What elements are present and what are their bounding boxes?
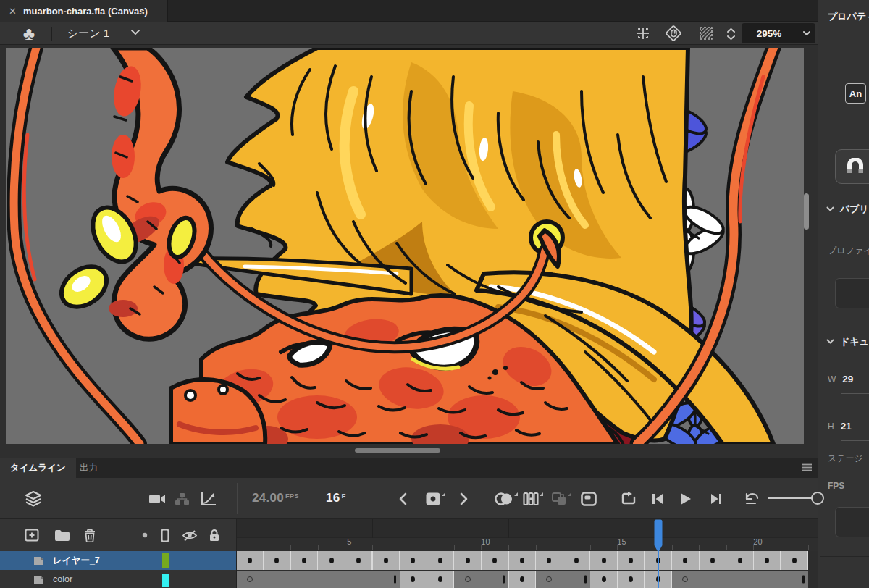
- create-marker-button[interactable]: [581, 478, 597, 519]
- layer-outline-color-swatch[interactable]: [162, 553, 169, 568]
- parenting-view-button[interactable]: [175, 478, 189, 519]
- tab-timeline[interactable]: タイムライン: [0, 458, 76, 478]
- previous-keyframe-button[interactable]: [398, 478, 407, 519]
- loop-playback-button[interactable]: [620, 478, 637, 519]
- scene-clover-icon[interactable]: ♣: [16, 24, 42, 43]
- add-layer-button[interactable]: [25, 519, 39, 551]
- fps-label: FPS: [828, 481, 844, 491]
- keyframe-cell[interactable]: [400, 551, 427, 570]
- layer-page-icon: [33, 556, 44, 566]
- panel-menu-icon[interactable]: [801, 463, 813, 472]
- add-camera-button[interactable]: [148, 478, 166, 519]
- reset-timeline-zoom-button[interactable]: [744, 478, 760, 519]
- keyframe-cell[interactable]: [590, 551, 617, 570]
- zoom-dropdown-chevron-icon[interactable]: [797, 23, 815, 43]
- canvas-vertical-scrollbar[interactable]: [804, 193, 809, 230]
- keyframe-cell[interactable]: [754, 551, 781, 570]
- zoom-value-input[interactable]: 295%: [742, 28, 797, 39]
- layer-grid-divider: [236, 519, 237, 588]
- snap-magnet-button[interactable]: [835, 149, 869, 184]
- keyframe-cell[interactable]: [454, 551, 481, 570]
- play-button[interactable]: [680, 478, 692, 519]
- keyframe-cell[interactable]: [345, 551, 372, 570]
- layers-panel-icon[interactable]: [25, 478, 42, 519]
- profile-field[interactable]: [835, 278, 869, 308]
- clip-content-outside-stage-icon[interactable]: [696, 24, 716, 43]
- frames-grid[interactable]: 5101520: [236, 519, 818, 588]
- current-frame-display[interactable]: 16F: [326, 478, 345, 519]
- document-tab-bar: ✕ muarbon-chara.fla (Canvas): [0, 0, 818, 22]
- onion-skin-outlines-button[interactable]: [523, 478, 539, 519]
- show-hide-all-layers-icon[interactable]: [182, 519, 198, 551]
- frame-ruler[interactable]: 5101520: [236, 519, 818, 551]
- layer-row[interactable]: color: [0, 571, 236, 588]
- toolbar-separator: [51, 27, 52, 41]
- stage-width-row[interactable]: W 29: [828, 374, 853, 385]
- keyframe-cell[interactable]: [563, 551, 590, 570]
- keyframe-cell[interactable]: [700, 551, 726, 570]
- lock-all-layers-icon[interactable]: [209, 519, 220, 551]
- canvas-horizontal-scrollbar[interactable]: [355, 448, 440, 453]
- tab-output[interactable]: 出力: [70, 458, 108, 478]
- layer-name: color: [53, 574, 72, 584]
- keyframe-cell[interactable]: [618, 551, 645, 570]
- timeline-zoom-slider-handle[interactable]: [811, 492, 824, 505]
- step-forward-button[interactable]: [710, 478, 723, 519]
- keyframe-cell[interactable]: [509, 571, 536, 588]
- keyframe-cell[interactable]: [618, 571, 645, 588]
- keyframe-cell[interactable]: [291, 551, 318, 570]
- close-icon[interactable]: ✕: [9, 7, 17, 16]
- fps-field[interactable]: [835, 507, 869, 537]
- graph-editor-button[interactable]: [201, 478, 217, 519]
- keyframe-cell[interactable]: [427, 551, 454, 570]
- stage-height-row[interactable]: H 21: [828, 421, 852, 432]
- outline-view-column-icon[interactable]: [161, 519, 169, 551]
- rotate-canvas-hand-icon[interactable]: [663, 24, 684, 43]
- edit-multiple-frames-button[interactable]: [551, 478, 567, 519]
- keyframe-cell[interactable]: [781, 551, 808, 570]
- delete-layer-button[interactable]: [83, 519, 96, 551]
- center-frame-icon[interactable]: [633, 24, 653, 43]
- keyframe-cell[interactable]: [318, 551, 345, 570]
- insert-keyframe-button[interactable]: [425, 478, 441, 519]
- onion-skin-button[interactable]: [495, 478, 513, 519]
- keyframe-cell[interactable]: [726, 551, 753, 570]
- playhead-line: [658, 551, 659, 588]
- layer-outline-color-swatch[interactable]: [162, 574, 169, 587]
- timeline-zoom-slider-track[interactable]: [768, 497, 814, 499]
- layer-row[interactable]: レイヤー_7: [0, 551, 236, 570]
- keyframe-cell[interactable]: [427, 571, 454, 588]
- frame-row[interactable]: [236, 551, 818, 570]
- frame-rate-display[interactable]: 24.00FPS: [252, 478, 299, 519]
- keyframe-cell[interactable]: [536, 551, 563, 570]
- scene-chevron-down-icon[interactable]: [130, 29, 140, 35]
- frame-row[interactable]: [236, 571, 818, 588]
- stage-canvas[interactable]: [6, 48, 804, 444]
- publish-section-header[interactable]: パブリッシュ設定: [826, 203, 869, 216]
- keyframe-cell[interactable]: [509, 551, 536, 570]
- keyframe-cell[interactable]: [482, 551, 508, 570]
- playhead[interactable]: [653, 519, 663, 553]
- keyframe-cell[interactable]: [590, 571, 617, 588]
- highlight-layers-column-icon[interactable]: [142, 519, 148, 551]
- empty-frame-span[interactable]: [236, 571, 400, 588]
- animate-window: ✕ muarbon-chara.fla (Canvas) ♣ シーン 1: [0, 0, 869, 588]
- add-folder-button[interactable]: [54, 519, 70, 551]
- empty-frame-span[interactable]: [454, 571, 508, 588]
- keyframe-cell[interactable]: [373, 551, 400, 570]
- keyframe-cell[interactable]: [237, 551, 264, 570]
- keyframe-cell[interactable]: [264, 551, 290, 570]
- zoom-stepper[interactable]: [723, 25, 739, 43]
- height-underline: [841, 440, 869, 441]
- keyframe-cell[interactable]: [672, 551, 699, 570]
- document-section-header[interactable]: ドキュメント設定: [826, 335, 869, 348]
- ruler-frame-number: 5: [347, 537, 351, 546]
- next-keyframe-button[interactable]: [460, 478, 469, 519]
- empty-frame-span[interactable]: [672, 571, 808, 588]
- document-tab[interactable]: ✕ muarbon-chara.fla (Canvas): [0, 0, 168, 22]
- keyframe-cell[interactable]: [400, 571, 427, 588]
- step-back-button[interactable]: [651, 478, 664, 519]
- empty-frame-span[interactable]: [536, 571, 590, 588]
- scene-name[interactable]: シーン 1: [67, 24, 109, 43]
- timeline-controls: 24.00FPS 16F: [0, 478, 818, 519]
